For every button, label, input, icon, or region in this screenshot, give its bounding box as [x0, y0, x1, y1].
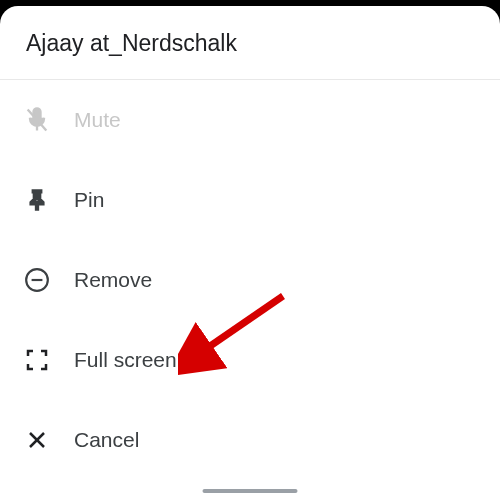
fullscreen-option[interactable]: Full screen: [0, 320, 500, 400]
pin-label: Pin: [74, 188, 104, 212]
mute-label: Mute: [74, 108, 121, 132]
remove-option[interactable]: Remove: [0, 240, 500, 320]
remove-label: Remove: [74, 268, 152, 292]
fullscreen-label: Full screen: [74, 348, 177, 372]
remove-icon: [20, 263, 54, 297]
participant-name: Ajaay at_Nerdschalk: [26, 30, 474, 57]
mute-icon: [20, 103, 54, 137]
cancel-label: Cancel: [74, 428, 139, 452]
mute-option: Mute: [0, 80, 500, 160]
menu: Mute Pin Remove: [0, 80, 500, 480]
sheet-header: Ajaay at_Nerdschalk: [0, 6, 500, 79]
action-sheet: Ajaay at_Nerdschalk Mute Pin: [0, 6, 500, 500]
close-icon: [20, 423, 54, 457]
pin-icon: [20, 183, 54, 217]
pin-option[interactable]: Pin: [0, 160, 500, 240]
cancel-option[interactable]: Cancel: [0, 400, 500, 480]
fullscreen-icon: [20, 343, 54, 377]
home-indicator: [203, 489, 298, 493]
